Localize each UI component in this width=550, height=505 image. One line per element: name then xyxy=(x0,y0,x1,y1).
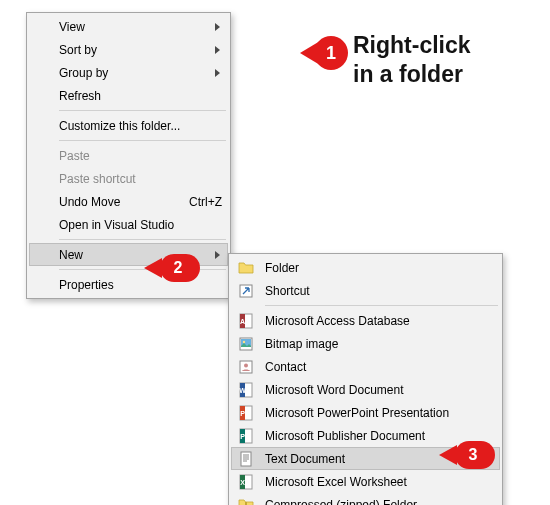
menu-item-sort-by[interactable]: Sort by xyxy=(29,38,228,61)
menu-separator xyxy=(59,269,226,270)
menu-item-label: Microsoft Word Document xyxy=(265,383,404,397)
submenu-arrow-icon xyxy=(215,46,220,54)
submenu-item-excel-worksheet[interactable]: X Microsoft Excel Worksheet xyxy=(231,470,500,493)
menu-item-undo-move[interactable]: Undo Move Ctrl+Z xyxy=(29,190,228,213)
text-file-icon xyxy=(238,451,254,467)
callout-badge-2: 2 xyxy=(160,254,200,282)
menu-item-label: Shortcut xyxy=(265,284,310,298)
submenu-item-contact[interactable]: Contact xyxy=(231,355,500,378)
svg-point-6 xyxy=(243,340,245,342)
submenu-item-word-document[interactable]: W Microsoft Word Document xyxy=(231,378,500,401)
menu-item-label: Contact xyxy=(265,360,306,374)
bitmap-file-icon xyxy=(238,336,254,352)
menu-item-refresh[interactable]: Refresh xyxy=(29,84,228,107)
menu-item-label: New xyxy=(59,248,83,262)
context-menu-primary: View Sort by Group by Refresh Customize … xyxy=(26,12,231,299)
menu-item-group-by[interactable]: Group by xyxy=(29,61,228,84)
powerpoint-file-icon: P xyxy=(238,405,254,421)
menu-item-label: Text Document xyxy=(265,452,345,466)
folder-icon xyxy=(238,260,254,276)
menu-item-label: Sort by xyxy=(59,43,97,57)
menu-separator xyxy=(59,110,226,111)
word-file-icon: W xyxy=(238,382,254,398)
submenu-item-access-database[interactable]: A Microsoft Access Database xyxy=(231,309,500,332)
menu-item-view[interactable]: View xyxy=(29,15,228,38)
menu-item-label: View xyxy=(59,20,85,34)
menu-item-label: Group by xyxy=(59,66,108,80)
svg-text:P: P xyxy=(240,410,245,417)
menu-item-paste: Paste xyxy=(29,144,228,167)
menu-item-label: Microsoft Access Database xyxy=(265,314,410,328)
svg-text:W: W xyxy=(239,387,246,394)
submenu-arrow-icon xyxy=(215,69,220,77)
menu-item-label: Folder xyxy=(265,261,299,275)
submenu-item-compressed-folder[interactable]: Compressed (zipped) Folder xyxy=(231,493,500,505)
menu-item-label: Paste shortcut xyxy=(59,172,136,186)
publisher-file-icon: P xyxy=(238,428,254,444)
menu-item-label: Microsoft Publisher Document xyxy=(265,429,425,443)
zip-folder-icon xyxy=(238,497,254,506)
menu-item-label: Properties xyxy=(59,278,114,292)
menu-item-label: Paste xyxy=(59,149,90,163)
menu-item-label: Undo Move xyxy=(59,195,120,209)
submenu-item-folder[interactable]: Folder xyxy=(231,256,500,279)
svg-text:P: P xyxy=(240,433,245,440)
shortcut-icon xyxy=(238,283,254,299)
menu-separator xyxy=(59,140,226,141)
contact-file-icon xyxy=(238,359,254,375)
menu-item-label: Compressed (zipped) Folder xyxy=(265,498,417,506)
svg-text:X: X xyxy=(240,479,245,486)
badge-1-number: 1 xyxy=(326,43,336,64)
instruction-line1: Right-click xyxy=(353,32,471,58)
menu-item-label: Microsoft Excel Worksheet xyxy=(265,475,407,489)
instruction-text: Right-click in a folder xyxy=(353,31,471,89)
submenu-item-bitmap-image[interactable]: Bitmap image xyxy=(231,332,500,355)
menu-item-label: Bitmap image xyxy=(265,337,338,351)
instruction-line2: in a folder xyxy=(353,61,463,87)
submenu-item-shortcut[interactable]: Shortcut xyxy=(231,279,500,302)
menu-separator xyxy=(265,305,498,306)
menu-item-label: Refresh xyxy=(59,89,101,103)
access-file-icon: A xyxy=(238,313,254,329)
menu-item-paste-shortcut: Paste shortcut xyxy=(29,167,228,190)
menu-item-customize-folder[interactable]: Customize this folder... xyxy=(29,114,228,137)
badge-2-number: 2 xyxy=(174,259,183,277)
excel-file-icon: X xyxy=(238,474,254,490)
menu-separator xyxy=(59,239,226,240)
menu-item-label: Customize this folder... xyxy=(59,119,180,133)
menu-item-shortcut: Ctrl+Z xyxy=(169,195,222,209)
badge-3-number: 3 xyxy=(469,446,478,464)
menu-item-properties[interactable]: Properties xyxy=(29,273,228,296)
menu-item-label: Microsoft PowerPoint Presentation xyxy=(265,406,449,420)
submenu-item-powerpoint-presentation[interactable]: P Microsoft PowerPoint Presentation xyxy=(231,401,500,424)
submenu-arrow-icon xyxy=(215,23,220,31)
menu-item-label: Open in Visual Studio xyxy=(59,218,174,232)
callout-badge-3: 3 xyxy=(455,441,495,469)
menu-item-open-in-visual-studio[interactable]: Open in Visual Studio xyxy=(29,213,228,236)
submenu-arrow-icon xyxy=(215,251,220,259)
svg-rect-26 xyxy=(245,502,247,506)
svg-point-8 xyxy=(244,363,248,367)
svg-text:A: A xyxy=(240,318,245,325)
callout-badge-1: 1 xyxy=(314,36,348,70)
